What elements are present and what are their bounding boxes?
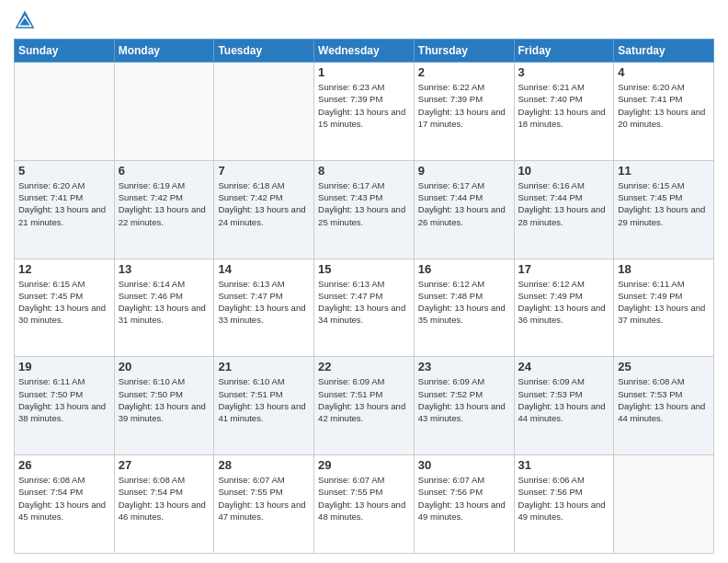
calendar-day: 22Sunrise: 6:09 AMSunset: 7:51 PMDayligh… [314, 357, 415, 455]
day-number: 30 [418, 458, 510, 472]
day-info: Sunrise: 6:20 AMSunset: 7:41 PMDaylight:… [18, 179, 110, 228]
calendar-day: 29Sunrise: 6:07 AMSunset: 7:55 PMDayligh… [314, 455, 415, 554]
logo [14, 9, 40, 31]
day-number: 28 [218, 458, 310, 472]
day-info: Sunrise: 6:06 AMSunset: 7:56 PMDaylight:… [518, 474, 610, 523]
day-number: 24 [518, 360, 610, 373]
calendar-week-row: 19Sunrise: 6:11 AMSunset: 7:50 PMDayligh… [15, 357, 714, 455]
calendar-day: 1Sunrise: 6:23 AMSunset: 7:39 PMDaylight… [314, 63, 415, 161]
day-info: Sunrise: 6:09 AMSunset: 7:52 PMDaylight:… [418, 375, 510, 424]
calendar-day: 19Sunrise: 6:11 AMSunset: 7:50 PMDayligh… [15, 357, 115, 455]
calendar-day: 16Sunrise: 6:12 AMSunset: 7:48 PMDayligh… [414, 259, 514, 357]
day-info: Sunrise: 6:07 AMSunset: 7:56 PMDaylight:… [418, 474, 510, 523]
calendar-day [15, 63, 115, 161]
col-header-saturday: Saturday [614, 40, 714, 63]
day-number: 15 [318, 262, 410, 276]
day-number: 2 [418, 65, 510, 79]
day-info: Sunrise: 6:22 AMSunset: 7:39 PMDaylight:… [418, 81, 510, 130]
header [14, 9, 714, 31]
day-number: 25 [618, 360, 710, 373]
day-number: 8 [318, 164, 410, 178]
day-number: 7 [218, 164, 310, 178]
page: SundayMondayTuesdayWednesdayThursdayFrid… [0, 0, 728, 563]
col-header-sunday: Sunday [15, 40, 115, 63]
calendar-day: 10Sunrise: 6:16 AMSunset: 7:44 PMDayligh… [514, 160, 614, 259]
calendar-day: 6Sunrise: 6:19 AMSunset: 7:42 PMDaylight… [114, 160, 214, 259]
calendar-day: 30Sunrise: 6:07 AMSunset: 7:56 PMDayligh… [414, 455, 514, 554]
col-header-wednesday: Wednesday [314, 40, 415, 63]
calendar-day: 31Sunrise: 6:06 AMSunset: 7:56 PMDayligh… [514, 455, 614, 554]
day-info: Sunrise: 6:21 AMSunset: 7:40 PMDaylight:… [518, 81, 610, 130]
day-info: Sunrise: 6:23 AMSunset: 7:39 PMDaylight:… [318, 81, 410, 130]
day-info: Sunrise: 6:15 AMSunset: 7:45 PMDaylight:… [18, 278, 110, 327]
calendar-week-row: 5Sunrise: 6:20 AMSunset: 7:41 PMDaylight… [15, 160, 714, 259]
calendar-day: 13Sunrise: 6:14 AMSunset: 7:46 PMDayligh… [114, 259, 214, 357]
col-header-monday: Monday [114, 40, 214, 63]
calendar-week-row: 1Sunrise: 6:23 AMSunset: 7:39 PMDaylight… [15, 63, 714, 161]
day-number: 20 [119, 360, 210, 373]
calendar-day: 5Sunrise: 6:20 AMSunset: 7:41 PMDaylight… [15, 160, 115, 259]
day-number: 23 [418, 360, 510, 373]
day-info: Sunrise: 6:17 AMSunset: 7:43 PMDaylight:… [318, 179, 410, 228]
calendar-day: 27Sunrise: 6:08 AMSunset: 7:54 PMDayligh… [114, 455, 214, 554]
calendar-day: 25Sunrise: 6:08 AMSunset: 7:53 PMDayligh… [614, 357, 714, 455]
day-number: 5 [18, 164, 110, 178]
calendar-week-row: 12Sunrise: 6:15 AMSunset: 7:45 PMDayligh… [15, 259, 714, 357]
day-number: 19 [18, 360, 110, 373]
calendar-day: 17Sunrise: 6:12 AMSunset: 7:49 PMDayligh… [514, 259, 614, 357]
calendar-day: 2Sunrise: 6:22 AMSunset: 7:39 PMDaylight… [414, 63, 514, 161]
calendar-day: 28Sunrise: 6:07 AMSunset: 7:55 PMDayligh… [214, 455, 314, 554]
day-info: Sunrise: 6:19 AMSunset: 7:42 PMDaylight:… [119, 179, 210, 228]
day-number: 18 [618, 262, 710, 276]
day-number: 3 [518, 65, 610, 79]
day-number: 22 [318, 360, 410, 373]
day-info: Sunrise: 6:12 AMSunset: 7:48 PMDaylight:… [418, 278, 510, 327]
calendar-day: 18Sunrise: 6:11 AMSunset: 7:49 PMDayligh… [614, 259, 714, 357]
calendar-day: 7Sunrise: 6:18 AMSunset: 7:42 PMDaylight… [214, 160, 314, 259]
day-info: Sunrise: 6:13 AMSunset: 7:47 PMDaylight:… [318, 278, 410, 327]
day-number: 16 [418, 262, 510, 276]
day-number: 27 [119, 458, 210, 472]
day-info: Sunrise: 6:10 AMSunset: 7:51 PMDaylight:… [218, 375, 310, 424]
day-number: 12 [18, 262, 110, 276]
day-number: 14 [218, 262, 310, 276]
calendar-day: 3Sunrise: 6:21 AMSunset: 7:40 PMDaylight… [514, 63, 614, 161]
calendar-day: 11Sunrise: 6:15 AMSunset: 7:45 PMDayligh… [614, 160, 714, 259]
calendar-day: 15Sunrise: 6:13 AMSunset: 7:47 PMDayligh… [314, 259, 415, 357]
col-header-friday: Friday [514, 40, 614, 63]
day-info: Sunrise: 6:08 AMSunset: 7:53 PMDaylight:… [618, 375, 710, 424]
logo-icon [14, 9, 36, 31]
calendar-day [114, 63, 214, 161]
calendar-day: 4Sunrise: 6:20 AMSunset: 7:41 PMDaylight… [614, 63, 714, 161]
day-info: Sunrise: 6:11 AMSunset: 7:49 PMDaylight:… [618, 278, 710, 327]
day-number: 26 [18, 458, 110, 472]
calendar-day [614, 455, 714, 554]
day-info: Sunrise: 6:10 AMSunset: 7:50 PMDaylight:… [119, 375, 210, 424]
calendar-day: 12Sunrise: 6:15 AMSunset: 7:45 PMDayligh… [15, 259, 115, 357]
day-info: Sunrise: 6:08 AMSunset: 7:54 PMDaylight:… [18, 474, 110, 523]
calendar-day: 20Sunrise: 6:10 AMSunset: 7:50 PMDayligh… [114, 357, 214, 455]
day-info: Sunrise: 6:09 AMSunset: 7:51 PMDaylight:… [318, 375, 410, 424]
day-number: 1 [318, 65, 410, 79]
day-info: Sunrise: 6:09 AMSunset: 7:53 PMDaylight:… [518, 375, 610, 424]
calendar-day [214, 63, 314, 161]
day-info: Sunrise: 6:07 AMSunset: 7:55 PMDaylight:… [218, 474, 310, 523]
day-info: Sunrise: 6:13 AMSunset: 7:47 PMDaylight:… [218, 278, 310, 327]
day-info: Sunrise: 6:07 AMSunset: 7:55 PMDaylight:… [318, 474, 410, 523]
day-number: 6 [119, 164, 210, 178]
calendar-day: 14Sunrise: 6:13 AMSunset: 7:47 PMDayligh… [214, 259, 314, 357]
day-number: 10 [518, 164, 610, 178]
day-number: 13 [119, 262, 210, 276]
day-info: Sunrise: 6:14 AMSunset: 7:46 PMDaylight:… [119, 278, 210, 327]
day-info: Sunrise: 6:20 AMSunset: 7:41 PMDaylight:… [618, 81, 710, 130]
col-header-tuesday: Tuesday [214, 40, 314, 63]
calendar-table: SundayMondayTuesdayWednesdayThursdayFrid… [14, 39, 714, 554]
day-number: 31 [518, 458, 610, 472]
calendar-day: 23Sunrise: 6:09 AMSunset: 7:52 PMDayligh… [414, 357, 514, 455]
day-info: Sunrise: 6:12 AMSunset: 7:49 PMDaylight:… [518, 278, 610, 327]
day-number: 29 [318, 458, 410, 472]
day-info: Sunrise: 6:17 AMSunset: 7:44 PMDaylight:… [418, 179, 510, 228]
day-number: 4 [618, 65, 710, 79]
day-number: 17 [518, 262, 610, 276]
day-number: 9 [418, 164, 510, 178]
